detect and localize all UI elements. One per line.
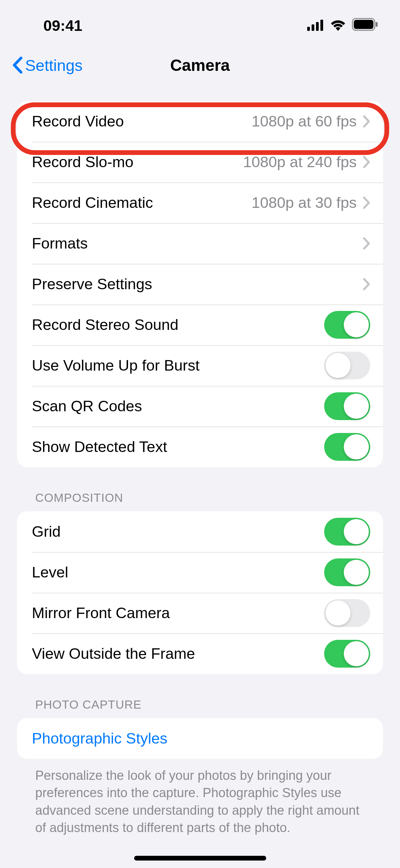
row-label: Record Stereo Sound (32, 316, 178, 334)
row-record-cinematic[interactable]: Record Cinematic 1080p at 30 fps (17, 182, 383, 223)
row-use-volume-up-for-burst: Use Volume Up for Burst (17, 345, 383, 386)
row-label: Show Detected Text (32, 438, 167, 456)
row-grid: Grid (17, 511, 383, 552)
row-label: Preserve Settings (32, 275, 152, 293)
row-label: Record Slo-mo (32, 153, 133, 171)
row-record-slo-mo[interactable]: Record Slo-mo 1080p at 240 fps (17, 142, 383, 182)
back-label: Settings (25, 56, 83, 75)
svg-rect-6 (376, 22, 378, 27)
row-detail: 1080p at 30 fps (252, 194, 357, 212)
row-label: Photographic Styles (32, 730, 167, 747)
row-detail: 1080p at 60 fps (252, 113, 357, 130)
toggle-show-detected-text[interactable] (324, 433, 370, 461)
row-level: Level (17, 552, 383, 593)
cellular-icon (307, 17, 324, 35)
row-mirror-front-camera: Mirror Front Camera (17, 593, 383, 633)
status-indicators (307, 17, 378, 35)
row-formats[interactable]: Formats (17, 223, 383, 264)
row-view-outside-frame: View Outside the Frame (17, 633, 383, 674)
battery-icon (352, 17, 378, 35)
camera-settings-screen: 09:41 Settings Camera Record V (0, 0, 400, 868)
row-preserve-settings[interactable]: Preserve Settings (17, 264, 383, 304)
status-time: 09:41 (43, 17, 82, 35)
toggle-mirror-front-camera[interactable] (324, 599, 370, 627)
row-label: Record Video (32, 113, 124, 130)
chevron-right-icon (363, 278, 370, 291)
svg-rect-3 (320, 20, 323, 31)
row-label: Record Cinematic (32, 194, 153, 212)
toggle-grid[interactable] (324, 518, 370, 546)
row-show-detected-text: Show Detected Text (17, 427, 383, 467)
row-label: View Outside the Frame (32, 645, 195, 663)
section-footer-photo-capture: Personalize the look of your photos by b… (17, 759, 383, 836)
row-photographic-styles[interactable]: Photographic Styles (17, 718, 383, 759)
row-label: Use Volume Up for Burst (32, 357, 199, 374)
toggle-view-outside-frame[interactable] (324, 640, 370, 668)
settings-group-photo-capture: Photographic Styles (17, 718, 383, 759)
toggle-record-stereo-sound[interactable] (324, 311, 370, 339)
chevron-right-icon (363, 115, 370, 128)
svg-rect-2 (316, 22, 319, 31)
navigation-bar: Settings Camera (0, 45, 400, 85)
svg-rect-0 (307, 27, 310, 31)
back-button[interactable]: Settings (12, 56, 83, 75)
chevron-right-icon (363, 237, 370, 250)
chevron-right-icon (363, 196, 370, 209)
chevron-right-icon (363, 156, 370, 169)
row-label: Level (32, 564, 68, 581)
toggle-scan-qr-codes[interactable] (324, 392, 370, 420)
settings-group-main: Record Video 1080p at 60 fps Record Slo-… (17, 101, 383, 467)
status-bar: 09:41 (0, 7, 400, 45)
svg-rect-1 (312, 24, 314, 31)
section-header-composition: COMPOSITION (17, 467, 383, 511)
chevron-left-icon (12, 57, 24, 74)
row-label: Grid (32, 523, 61, 540)
row-label: Mirror Front Camera (32, 604, 170, 622)
section-header-photo-capture: PHOTO CAPTURE (17, 674, 383, 718)
settings-group-composition: Grid Level Mirror Front Camera View Outs… (17, 511, 383, 674)
row-record-stereo-sound: Record Stereo Sound (17, 304, 383, 345)
toggle-use-volume-up-burst[interactable] (324, 352, 370, 379)
home-indicator[interactable] (134, 856, 266, 861)
row-record-video[interactable]: Record Video 1080p at 60 fps (17, 101, 383, 142)
toggle-level[interactable] (324, 558, 370, 586)
wifi-icon (330, 17, 346, 35)
row-label: Scan QR Codes (32, 397, 142, 415)
svg-rect-5 (354, 20, 374, 29)
row-detail: 1080p at 240 fps (243, 153, 357, 171)
page-title: Camera (170, 56, 230, 75)
row-label: Formats (32, 235, 88, 252)
row-scan-qr-codes: Scan QR Codes (17, 386, 383, 427)
